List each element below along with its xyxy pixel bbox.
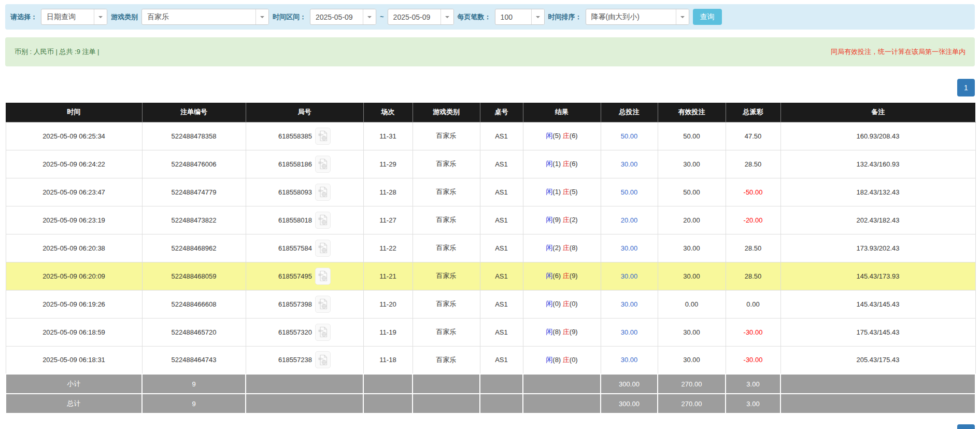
page-size-value: 100 [495,13,531,21]
table-row: 2025-05-09 06:23:47522488474779618558093… [6,178,975,206]
cell-round-id: 618558385 [246,122,363,150]
banker-result-label: 庄 [563,160,570,168]
page-button-1[interactable]: 1 [957,424,975,429]
cell-session: 11-27 [363,206,413,234]
round-id-text: 618557495 [278,272,312,280]
cell-table-no: AS1 [480,346,523,374]
cell-payout: -30.00 [726,346,780,374]
column-header: 总投注 [601,103,658,122]
cell-note: 132.43/160.93 [780,150,975,178]
game-type-value: 百家乐 [142,12,255,22]
game-type-label: 游戏类别 [111,12,138,22]
video-replay-icon[interactable] [315,268,331,285]
total-bet-link[interactable]: 30.00 [621,300,638,308]
player-result-value: (1) [552,188,561,196]
cell-valid-bet: 30.00 [658,234,726,262]
cell-game-type: 百家乐 [413,234,480,262]
player-result-label: 闲 [546,356,552,364]
cell-payout: 28.50 [726,262,780,290]
cell-total-bet: 30.00 [601,290,658,318]
cell-valid-bet: 30.00 [658,318,726,346]
summary-cell [246,394,363,413]
cell-payout: 28.50 [726,150,780,178]
cell-game-type: 百家乐 [413,150,480,178]
player-result-label: 闲 [546,216,552,224]
cell-game-type: 百家乐 [413,122,480,150]
player-result-label: 闲 [546,300,552,308]
total-bet-link[interactable]: 20.00 [621,216,638,224]
column-header: 局号 [246,103,363,122]
round-id-text: 618558093 [278,188,312,196]
cell-game-type: 百家乐 [413,206,480,234]
video-replay-icon[interactable] [315,156,331,173]
cell-valid-bet: 30.00 [658,150,726,178]
table-row: 2025-05-09 06:18:31522488464743618557238… [6,346,975,374]
cell-payout: -20.00 [726,206,780,234]
video-replay-icon[interactable] [315,184,331,201]
total-bet-link[interactable]: 30.00 [621,160,638,168]
cell-session: 11-19 [363,318,413,346]
banker-result-label: 庄 [563,356,570,364]
cell-result: 闲(8) 庄(0) [523,346,601,374]
total-bet-link[interactable]: 50.00 [621,188,638,196]
player-result-value: (9) [552,216,561,224]
video-replay-icon[interactable] [315,351,331,368]
cell-game-type: 百家乐 [413,346,480,374]
cell-table-no: AS1 [480,122,523,150]
cell-game-type: 百家乐 [413,262,480,290]
cell-note: 205.43/175.43 [780,346,975,374]
summary-cell [413,374,480,394]
total-bet-link[interactable]: 30.00 [621,272,638,280]
cell-note: 182.43/132.43 [780,178,975,206]
total-bet-link[interactable]: 30.00 [621,356,638,364]
page-button-1[interactable]: 1 [957,79,975,96]
player-result-label: 闲 [546,188,552,196]
summary-cell [246,374,363,394]
cell-round-id: 618558018 [246,206,363,234]
video-replay-icon[interactable] [315,212,331,229]
banker-result-value: (9) [570,272,578,280]
date-from-select[interactable]: 2025-05-09 [310,9,376,25]
cell-table-no: AS1 [480,318,523,346]
cell-total-bet: 20.00 [601,206,658,234]
total-bet-link[interactable]: 30.00 [621,244,638,252]
date-mode-select[interactable]: 日期查询 [41,9,107,25]
cell-result: 闲(6) 庄(9) [523,262,601,290]
summary-cell [480,374,523,394]
video-replay-icon[interactable] [315,296,331,313]
cell-session: 11-28 [363,178,413,206]
cell-valid-bet: 50.00 [658,122,726,150]
round-id-text: 618557320 [278,328,312,336]
summary-cell [523,374,601,394]
date-to-select[interactable]: 2025-05-09 [388,9,454,25]
video-replay-icon[interactable] [315,324,331,341]
round-id-text: 618557398 [278,300,312,308]
game-type-select[interactable]: 百家乐 [141,9,269,25]
cell-payout: -30.00 [726,318,780,346]
page-size-select[interactable]: 100 [495,9,545,25]
banker-result-value: (8) [570,244,578,252]
page-size-label: 每页笔数： [458,12,491,22]
time-order-select[interactable]: 降幂(由大到小) [586,9,689,25]
cell-time: 2025-05-09 06:25:34 [6,122,142,150]
total-bet-link[interactable]: 30.00 [621,328,638,336]
search-button[interactable]: 查询 [693,9,722,25]
cell-valid-bet: 0.00 [658,290,726,318]
total-bet-link[interactable]: 50.00 [621,132,638,140]
cell-bet-id: 522488464743 [142,346,246,374]
column-header: 注单编号 [142,103,246,122]
video-replay-icon[interactable] [315,240,331,257]
summary-cell: 9 [142,394,246,413]
cell-round-id: 618557320 [246,318,363,346]
banker-result-value: (0) [570,300,578,308]
table-row: 2025-05-09 06:25:34522488478358618558385… [6,122,975,150]
banker-result-value: (6) [570,132,578,140]
cell-note: 173.93/202.43 [780,234,975,262]
round-id-text: 618558186 [278,160,312,168]
range-separator: ~ [380,13,384,21]
column-header: 桌号 [480,103,523,122]
cell-round-id: 618557398 [246,290,363,318]
banker-result-label: 庄 [563,216,570,224]
video-replay-icon[interactable] [315,128,331,145]
date-mode-value: 日期查询 [41,12,94,22]
